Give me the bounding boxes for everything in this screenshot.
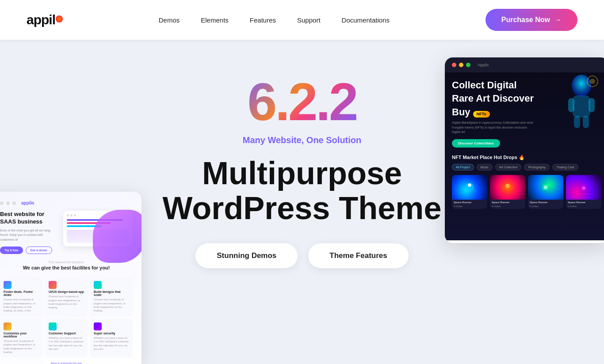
left-preview-card: appilo Best website for SAAS business Ev… <box>0 192 141 364</box>
window-dot-yellow <box>459 63 463 67</box>
preview-link[interactable]: More to download this app <box>51 362 82 364</box>
logo[interactable]: appil <box>27 12 63 27</box>
list-item: Customize your workflow Choose from hund… <box>0 319 42 358</box>
nft-items-grid: Space Runner 0.4 Ether Space Runner 0.4 … <box>452 175 601 209</box>
svg-rect-3 <box>589 98 595 112</box>
header: appil Demos Elements Features Support Do… <box>0 0 604 40</box>
card-icon <box>49 281 57 289</box>
nft-filters: All Project Music Art Collection Photogr… <box>452 164 601 171</box>
nft-thumbnail <box>528 175 563 200</box>
list-item: Space Runner 0.4 Ether <box>452 175 487 209</box>
logo-o-icon <box>56 15 63 23</box>
hero-section: 6.2.2 Many Website, One Solution Multipu… <box>0 40 604 364</box>
card-icon <box>94 322 102 330</box>
arrow-icon: → <box>554 16 562 24</box>
window-dot-red <box>452 63 456 67</box>
get-demo-button[interactable]: Get a demo <box>26 246 52 254</box>
right-preview-card: Appilo Collect Digital Rare Art Discover… <box>445 57 604 243</box>
nav-documentations[interactable]: Documentations <box>342 16 390 24</box>
list-item: Foster deals. Foster deals Choose from h… <box>0 277 42 316</box>
svg-point-15 <box>582 186 585 190</box>
nav-demos[interactable]: Demos <box>159 16 180 24</box>
svg-rect-4 <box>574 116 580 128</box>
preview-site-label: Appilo <box>478 63 489 67</box>
main-nav: Demos Elements Features Support Document… <box>159 16 390 24</box>
filter-all[interactable]: All Project <box>452 164 474 171</box>
card-icon <box>94 281 102 289</box>
nft-title-line2: Rare Art Discover <box>452 93 534 104</box>
stunning-demos-button[interactable]: Stunning Demos <box>195 243 298 268</box>
list-item: UI/UX design based app Choose from hundr… <box>45 277 88 316</box>
filter-music[interactable]: Music <box>477 164 493 171</box>
card-icon <box>49 322 57 330</box>
nav-elements[interactable]: Elements <box>201 16 229 24</box>
purchase-button[interactable]: Purchase Now → <box>485 9 577 31</box>
svg-point-13 <box>544 186 547 189</box>
nft-badge: NFTs <box>473 111 490 118</box>
nft-thumbnail <box>490 175 525 200</box>
feature-cards-grid: Foster deals. Foster deals Choose from h… <box>0 277 133 357</box>
filter-trading[interactable]: Trading Card <box>552 164 578 171</box>
filter-photo[interactable]: Photography <box>524 164 550 171</box>
try-free-button[interactable]: Try it free <box>0 246 23 254</box>
window-dot-green <box>466 63 470 67</box>
list-item: Customer Support Whether you have a team… <box>45 319 88 358</box>
decorative-blob <box>93 210 141 263</box>
discover-collectibles-button[interactable]: Discover Collectibles <box>452 139 500 148</box>
preview-logo: appilo <box>21 201 34 205</box>
svg-rect-1 <box>573 95 590 118</box>
nft-content: Collect Digital Rare Art Discover Buy NF… <box>445 72 604 240</box>
nft-thumbnail <box>452 175 487 200</box>
svg-point-9 <box>468 183 471 187</box>
list-item: Space Runner 0.4 Ether <box>528 175 563 209</box>
version-number: 6.2.2 <box>248 75 357 128</box>
saas-desc: Even in the most you get all our lang, f… <box>0 228 58 243</box>
nav-support[interactable]: Support <box>297 16 321 24</box>
main-title: Multipurpose WordPress Theme <box>163 156 442 226</box>
card-icon <box>4 322 11 330</box>
list-item: Space Runner 0.4 Ether <box>566 175 601 209</box>
nft-desc: Digital Marketplace it cryptocurrency Co… <box>452 121 534 135</box>
card-icon <box>4 281 11 289</box>
filter-art[interactable]: Art Collection <box>495 164 522 171</box>
svg-rect-2 <box>568 98 574 112</box>
nft-title-line1: Collect Digital <box>452 80 534 91</box>
nav-features[interactable]: Features <box>250 16 276 24</box>
list-item: Space Runner 0.4 Ether <box>490 175 525 209</box>
list-item: Super security Whether you have a team o… <box>90 319 133 358</box>
center-subtitle: We can give the best facilites for you! <box>0 265 133 270</box>
svg-point-11 <box>505 184 510 188</box>
svg-point-7 <box>590 79 595 84</box>
nft-figure-decoration <box>562 72 601 130</box>
saas-title: Best website for SAAS business <box>0 211 58 226</box>
svg-rect-5 <box>583 116 589 128</box>
theme-features-button[interactable]: Theme Features <box>308 243 408 268</box>
hot-drops-title: NFT Market Place Hot Drops 🔥 <box>452 155 601 160</box>
list-item: Build designs that scale Choose from hun… <box>90 277 133 316</box>
cta-buttons: Stunning Demos Theme Features <box>195 243 408 268</box>
nft-title-line3: Buy NFTs <box>452 106 534 118</box>
tagline: Many Website, One Solution <box>243 135 362 145</box>
nft-thumbnail <box>566 175 601 200</box>
